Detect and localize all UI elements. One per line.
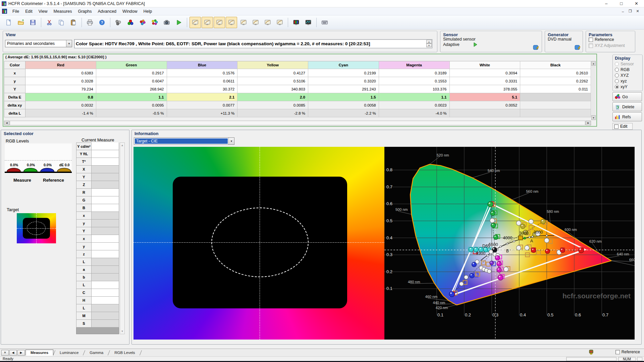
edit-checkbox[interactable]: Edit xyxy=(612,123,633,130)
cell-delta-l-red[interactable]: -1.4 % xyxy=(25,109,96,117)
information-view-dropdown[interactable]: Target - CIE ▼ xyxy=(134,137,234,145)
view-nearwhite-button[interactable] xyxy=(226,17,237,28)
cell-y-magenta[interactable]: 0.1553 xyxy=(379,77,450,85)
cm-value[interactable] xyxy=(92,281,119,289)
cell-delta-l-blue[interactable]: +11.3 % xyxy=(167,109,238,117)
run-measures-button[interactable] xyxy=(173,17,184,28)
mdi-minimize-button[interactable]: – xyxy=(619,8,627,14)
cm-value[interactable] xyxy=(92,204,119,212)
help-button[interactable]: ? xyxy=(96,17,108,28)
cell-y-blue[interactable]: 0.0611 xyxy=(167,77,238,85)
cell-y-cyan[interactable]: 0.3320 xyxy=(308,77,379,85)
cell-y-yellow[interactable]: 340.803 xyxy=(237,85,308,93)
tab-measures[interactable]: Measures xyxy=(25,350,53,356)
view-rgblevels-button[interactable] xyxy=(238,17,249,28)
cell-delta-e-white[interactable]: 5.1 xyxy=(450,93,521,101)
generator-config-icon[interactable] xyxy=(575,45,581,51)
cm-value[interactable] xyxy=(92,196,119,204)
menu-edit[interactable]: Edit xyxy=(22,8,36,14)
cell-y-green[interactable]: 268.942 xyxy=(96,85,167,93)
tab-luminance[interactable]: Luminance xyxy=(55,350,83,355)
radio-icon[interactable] xyxy=(615,73,619,77)
cell-delta-l-yellow[interactable]: -2.8 % xyxy=(237,109,308,117)
scroll-down-icon[interactable]: ▼ xyxy=(121,329,124,334)
display-radio-xyy[interactable]: xyY xyxy=(613,84,642,89)
cell-y-yellow[interactable]: 0.5106 xyxy=(237,77,308,85)
cm-value[interactable] xyxy=(92,258,119,266)
tab-next-button[interactable]: ▶ xyxy=(17,350,25,356)
cell-x-green[interactable]: 0.2917 xyxy=(96,69,167,77)
cell-delta-e-green[interactable]: 1.1 xyxy=(96,93,167,101)
cell-delta-xy-yellow[interactable]: 0.0085 xyxy=(237,101,308,109)
view-gamma-button[interactable] xyxy=(202,17,213,28)
spinner-down-icon[interactable]: ▼ xyxy=(426,44,432,47)
current-measure-scrollbar[interactable]: ▲▼ xyxy=(120,142,125,334)
cell-y-green[interactable]: 0.6047 xyxy=(96,77,167,85)
cell-delta-e-cyan[interactable]: 1.5 xyxy=(308,93,379,101)
cell-x-blue[interactable]: 0.1576 xyxy=(167,69,238,77)
measures-vscrollbar[interactable]: ▲▼ xyxy=(591,61,596,120)
view-satshift-button[interactable] xyxy=(274,17,285,28)
cell-delta-e-red[interactable]: 0.8 xyxy=(25,93,96,101)
chevron-down-icon[interactable]: ▼ xyxy=(66,40,72,47)
cm-value[interactable] xyxy=(92,250,119,258)
cell-delta-e-blue[interactable]: 2.1 xyxy=(167,93,238,101)
delete-button[interactable]: Delete xyxy=(612,102,642,111)
view-cie-button[interactable] xyxy=(262,17,273,28)
cm-value[interactable] xyxy=(92,227,119,235)
measure-grayscale-button[interactable] xyxy=(125,17,136,28)
cell-delta-xy-magenta[interactable]: 0.0023 xyxy=(379,101,450,109)
cm-value[interactable] xyxy=(92,166,119,173)
cell-x-yellow[interactable]: 0.4127 xyxy=(237,69,308,77)
display-radio-rgb[interactable]: RGB xyxy=(613,67,642,72)
new-file-button[interactable] xyxy=(3,17,14,28)
cell-y-red[interactable]: 0.3328 xyxy=(25,77,96,85)
display-radio-xyz[interactable]: XYZ xyxy=(613,72,642,78)
virtual-keyboard-button[interactable] xyxy=(319,17,330,28)
refs-button[interactable]: Refs xyxy=(612,112,642,121)
configure-sensor-button[interactable] xyxy=(113,17,124,28)
cell-delta-e-yellow[interactable]: 2.0 xyxy=(237,93,308,101)
sensor-config-icon[interactable] xyxy=(533,45,539,51)
view-nearblack-button[interactable] xyxy=(214,17,225,28)
cell-x-black[interactable]: 0.2610 xyxy=(520,69,591,77)
cm-value[interactable] xyxy=(92,220,119,227)
cell-y-blue[interactable]: 30.372 xyxy=(167,85,238,93)
close-button[interactable]: ✕ xyxy=(629,0,644,7)
measure-primaries-button[interactable] xyxy=(137,17,148,28)
cell-delta-e-magenta[interactable]: 1.1 xyxy=(379,93,450,101)
cell-delta-l-magenta[interactable]: -4.0 % xyxy=(379,109,450,117)
cm-value[interactable] xyxy=(92,142,119,150)
tab-prev-button[interactable]: ◀ xyxy=(9,350,17,356)
measures-hscrollbar[interactable]: ◀ ▶ xyxy=(4,121,591,125)
cm-value[interactable] xyxy=(92,150,119,158)
view-preset-dropdown[interactable]: Primaries and secondaries ▼ xyxy=(5,40,72,47)
cut-button[interactable] xyxy=(44,17,55,28)
menu-measures[interactable]: Measures xyxy=(51,8,75,14)
cell-y-white[interactable]: 378.055 xyxy=(450,85,521,93)
sensor-run-icon[interactable] xyxy=(473,42,478,47)
cell-delta-e-black[interactable] xyxy=(520,93,591,101)
mdi-close-button[interactable]: ✕ xyxy=(634,8,641,14)
menu-graphs[interactable]: Graphs xyxy=(75,8,95,14)
maximize-button[interactable]: □ xyxy=(614,0,629,7)
cell-x-magenta[interactable]: 0.3189 xyxy=(379,69,450,77)
measures-table[interactable]: ColorRedGreenBlueYellowCyanMagentaWhiteB… xyxy=(4,61,591,117)
tab-gamma[interactable]: Gamma xyxy=(85,350,108,355)
go-button[interactable]: Go xyxy=(612,92,642,101)
cm-value[interactable] xyxy=(92,173,119,181)
scroll-down-icon[interactable]: ▼ xyxy=(591,115,596,120)
minimize-button[interactable]: – xyxy=(599,0,614,7)
cm-value[interactable] xyxy=(92,243,119,250)
menu-advanced[interactable]: Advanced xyxy=(95,8,119,14)
cm-value[interactable] xyxy=(92,266,119,274)
view-histogram-button[interactable] xyxy=(303,17,314,28)
cell-delta-xy-blue[interactable]: 0.0077 xyxy=(167,101,238,109)
cell-x-cyan[interactable]: 0.2199 xyxy=(308,69,379,77)
cm-value[interactable] xyxy=(92,304,119,312)
cell-x-white[interactable]: 0.3094 xyxy=(450,69,521,77)
cell-y-red[interactable]: 79.234 xyxy=(25,85,96,93)
scroll-up-icon[interactable]: ▲ xyxy=(591,61,596,66)
cell-x-red[interactable]: 0.6383 xyxy=(25,69,96,77)
cm-value[interactable] xyxy=(92,212,119,220)
